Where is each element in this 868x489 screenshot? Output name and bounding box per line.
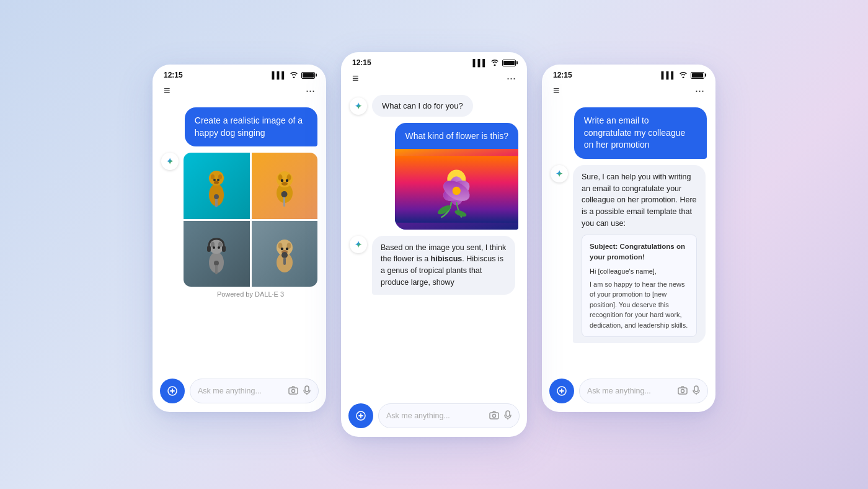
battery-icon-1 — [301, 72, 315, 79]
svg-point-8 — [214, 194, 219, 199]
bot-avatar-3: ✦ — [551, 165, 568, 182]
bot-response-3: ✦ Sure, I can help you with writing an e… — [551, 165, 707, 343]
flower-bubble-text: What kind of flower is this? — [395, 123, 518, 149]
menu-icon-1[interactable]: ≡ — [164, 84, 170, 97]
ai-logo-2b: ✦ — [355, 240, 362, 249]
user-bubble-1: Create a realistic image of a happy dog … — [185, 107, 317, 146]
status-bar-2: 12:15 ▌▌▌ — [341, 52, 527, 70]
svg-rect-38 — [289, 388, 298, 394]
bot-response-1: ✦ — [161, 153, 317, 299]
menu-icon-2[interactable]: ≡ — [352, 72, 359, 85]
status-bar-1: 12:15 ▌▌▌ — [153, 65, 326, 82]
svg-point-5 — [217, 179, 219, 181]
powered-text: Powered by DALL·E 3 — [184, 287, 317, 299]
dog-img-2 — [252, 153, 318, 219]
battery-icon-3 — [691, 72, 704, 79]
svg-rect-7 — [215, 198, 218, 207]
dots-icon-3[interactable]: ··· — [695, 84, 704, 97]
input-bar-3: Ask me anything... — [542, 374, 715, 412]
dots-icon-2[interactable]: ··· — [507, 72, 516, 85]
signal-icon-1: ▌▌▌ — [272, 71, 286, 79]
mic-icon-2[interactable] — [504, 410, 512, 422]
status-icons-3: ▌▌▌ — [662, 71, 704, 79]
svg-point-14 — [286, 179, 288, 182]
chat-area-3: Write an email to congratulate my collea… — [542, 102, 715, 374]
svg-point-26 — [214, 261, 219, 266]
wifi-icon-1 — [290, 71, 298, 79]
camera-icon-3[interactable] — [678, 386, 688, 397]
phone-card-2: 12:15 ▌▌▌ ≡ ··· ✦ What can I do for you?… — [341, 52, 527, 437]
ai-logo-3: ✦ — [556, 169, 563, 179]
toolbar-1: ≡ ··· — [153, 82, 326, 102]
flower-user-bubble: What kind of flower is this? — [395, 123, 518, 230]
svg-rect-40 — [305, 386, 309, 392]
toolbar-3: ≡ ··· — [542, 82, 715, 102]
svg-point-13 — [281, 179, 283, 182]
signal-icon-3: ▌▌▌ — [662, 71, 676, 79]
svg-rect-53 — [490, 413, 498, 419]
bot-avatar-1: ✦ — [161, 153, 179, 170]
dog-img-3 — [184, 221, 250, 287]
svg-point-54 — [493, 414, 496, 417]
bot-avatar-2b: ✦ — [350, 236, 367, 253]
svg-rect-25 — [222, 246, 226, 252]
flower-image — [395, 149, 518, 230]
bot-avatar-2: ✦ — [350, 97, 367, 115]
input-bar-2: Ask me anything... — [341, 398, 527, 437]
hibiscus-bubble: Based on the image you sent, I think the… — [372, 236, 515, 295]
input-field-1[interactable]: Ask me anything... — [190, 379, 319, 403]
signal-icon-2: ▌▌▌ — [473, 59, 487, 66]
dots-icon-1[interactable]: ··· — [306, 84, 315, 97]
phone-card-3: 12:15 ▌▌▌ ≡ ··· Write an email to congra… — [542, 65, 715, 412]
time-3: 12:15 — [553, 71, 572, 79]
add-chat-button-2[interactable] — [348, 403, 373, 428]
camera-icon-2[interactable] — [489, 411, 499, 421]
email-subject: Subject: Congratulations on your promoti… — [590, 241, 689, 263]
dog-image-grid — [184, 153, 317, 287]
svg-point-23 — [218, 246, 220, 249]
svg-point-17 — [281, 191, 287, 197]
svg-point-32 — [281, 248, 283, 250]
svg-point-49 — [453, 186, 461, 194]
bot-response-2: ✦ Based on the image you sent, I think t… — [350, 236, 518, 295]
mic-icon-3[interactable] — [693, 385, 700, 397]
input-field-2[interactable]: Ask me anything... — [378, 403, 520, 428]
input-field-3[interactable]: Ask me anything... — [579, 379, 708, 403]
svg-point-6 — [214, 181, 219, 184]
svg-rect-58 — [678, 388, 687, 394]
wifi-icon-2 — [490, 59, 499, 67]
svg-point-3 — [218, 174, 222, 179]
svg-point-4 — [213, 179, 216, 181]
svg-point-15 — [281, 182, 288, 186]
camera-icon-1[interactable] — [288, 386, 298, 397]
menu-icon-3[interactable]: ≡ — [553, 84, 560, 97]
input-placeholder-3: Ask me anything... — [587, 387, 673, 395]
mic-icon-1[interactable] — [303, 385, 311, 397]
status-icons-1: ▌▌▌ — [272, 71, 315, 79]
status-bar-3: 12:15 ▌▌▌ — [542, 65, 715, 82]
chat-area-1: Create a realistic image of a happy dog … — [153, 102, 326, 374]
what-can-row: ✦ What can I do for you? — [350, 95, 473, 117]
svg-rect-60 — [694, 386, 698, 392]
add-chat-button-3[interactable] — [549, 379, 574, 403]
svg-rect-24 — [207, 246, 211, 252]
svg-rect-55 — [506, 411, 510, 416]
ai-logo-1: ✦ — [166, 156, 174, 166]
add-chat-button-1[interactable] — [160, 379, 185, 403]
ai-logo-2: ✦ — [355, 101, 362, 111]
svg-rect-27 — [215, 265, 218, 274]
bot-intro-text: Sure, I can help you with writing an ema… — [582, 171, 697, 230]
wifi-icon-3 — [679, 71, 688, 79]
user-bubble-3: Write an email to congratulate my collea… — [574, 107, 707, 159]
svg-point-33 — [286, 248, 288, 250]
email-template-box: Subject: Congratulations on your promoti… — [582, 235, 697, 338]
chat-area-2: ✦ What can I do for you? What kind of fl… — [341, 90, 527, 398]
phone-card-1: 12:15 ▌▌▌ ≡ ··· Create a realistic image… — [153, 65, 326, 412]
svg-point-59 — [681, 389, 684, 392]
svg-point-22 — [213, 246, 215, 249]
battery-icon-2 — [502, 60, 516, 66]
svg-point-39 — [292, 389, 295, 392]
email-bot-bubble: Sure, I can help you with writing an ema… — [573, 165, 706, 343]
dog-img-1 — [184, 153, 250, 219]
what-can-bubble: What can I do for you? — [372, 95, 473, 117]
